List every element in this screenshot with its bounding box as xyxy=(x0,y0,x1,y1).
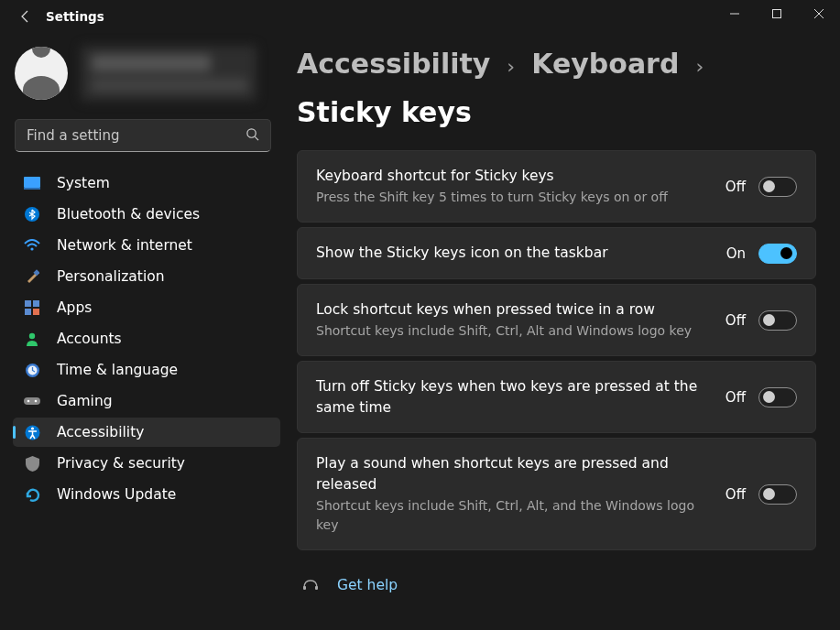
avatar xyxy=(15,47,68,100)
nav-item-apps[interactable]: Apps xyxy=(13,293,280,322)
breadcrumb-accessibility[interactable]: Accessibility xyxy=(297,48,490,80)
svg-rect-9 xyxy=(25,300,31,307)
toggle-switch[interactable] xyxy=(758,484,797,505)
sidebar: System Bluetooth & devices Network & int… xyxy=(0,33,284,630)
toggle-switch[interactable] xyxy=(758,387,797,407)
nav-item-accessibility[interactable]: Accessibility xyxy=(13,418,280,447)
setting-desc: Press the Shift key 5 times to turn Stic… xyxy=(316,188,711,207)
chevron-right-icon: › xyxy=(507,55,515,78)
setting-desc: Shortcut keys include Shift, Ctrl, Alt, … xyxy=(316,496,711,535)
svg-rect-5 xyxy=(24,188,40,190)
nav-item-gaming[interactable]: Gaming xyxy=(13,386,280,416)
nav-item-windows-update[interactable]: Windows Update xyxy=(13,480,280,509)
breadcrumb: Accessibility › Keyboard › Sticky keys xyxy=(297,48,816,128)
chevron-right-icon: › xyxy=(695,55,704,78)
nav-label: Network & internet xyxy=(57,237,192,254)
bluetooth-icon xyxy=(24,206,40,223)
toggle-switch[interactable] xyxy=(758,177,797,197)
accessibility-icon xyxy=(24,424,40,440)
setting-title: Play a sound when shortcut keys are pres… xyxy=(316,453,711,494)
user-account-row[interactable] xyxy=(13,37,280,119)
user-info-redacted xyxy=(81,46,256,101)
clock-globe-icon xyxy=(24,362,40,378)
setting-turn-off-two-keys: Turn off Sticky keys when two keys are p… xyxy=(297,361,816,433)
toggle-switch[interactable] xyxy=(758,244,797,264)
nav-label: Windows Update xyxy=(57,486,176,503)
svg-point-2 xyxy=(247,128,256,136)
svg-line-3 xyxy=(255,136,258,140)
nav-label: Personalization xyxy=(57,268,165,285)
nav-label: Accounts xyxy=(57,331,122,347)
nav-item-accounts[interactable]: Accounts xyxy=(13,324,280,353)
toggle-state-label: Off xyxy=(725,486,746,503)
nav-item-network[interactable]: Network & internet xyxy=(13,231,280,260)
nav-item-privacy-security[interactable]: Privacy & security xyxy=(13,449,280,478)
svg-rect-11 xyxy=(25,309,31,315)
setting-lock-shortcut: Lock shortcut keys when pressed twice in… xyxy=(297,284,816,356)
search-icon xyxy=(245,127,259,145)
gamepad-icon xyxy=(24,393,40,409)
get-help-row[interactable]: Get help xyxy=(297,555,816,606)
nav-item-bluetooth[interactable]: Bluetooth & devices xyxy=(13,200,280,229)
setting-title: Turn off Sticky keys when two keys are p… xyxy=(316,376,711,418)
apps-icon xyxy=(24,299,40,316)
setting-keyboard-shortcut: Keyboard shortcut for Sticky keys Press … xyxy=(297,150,816,223)
app-title: Settings xyxy=(46,9,104,24)
minimize-button[interactable] xyxy=(714,0,756,27)
nav-label: Privacy & security xyxy=(57,455,185,472)
toggle-state-label: Off xyxy=(725,389,746,406)
shield-icon xyxy=(24,455,40,472)
setting-title: Keyboard shortcut for Sticky keys xyxy=(316,166,711,186)
svg-point-13 xyxy=(29,333,35,339)
nav-list: System Bluetooth & devices Network & int… xyxy=(13,168,280,511)
search-box[interactable] xyxy=(15,119,271,152)
svg-rect-1 xyxy=(773,10,781,18)
window-controls xyxy=(714,0,840,27)
setting-title: Show the Sticky keys icon on the taskbar xyxy=(316,243,712,263)
svg-rect-4 xyxy=(24,177,40,188)
svg-rect-22 xyxy=(315,586,318,590)
get-help-link[interactable]: Get help xyxy=(337,577,398,593)
toggle-state-label: Off xyxy=(725,179,746,195)
search-input[interactable] xyxy=(27,127,245,144)
setting-taskbar-icon: Show the Sticky keys icon on the taskbar… xyxy=(297,227,816,278)
setting-desc: Shortcut keys include Shift, Ctrl, Alt a… xyxy=(316,321,711,341)
refresh-icon xyxy=(24,486,40,503)
nav-label: Apps xyxy=(57,299,92,316)
setting-title: Lock shortcut keys when pressed twice in… xyxy=(316,299,711,320)
breadcrumb-keyboard[interactable]: Keyboard xyxy=(531,48,679,80)
toggle-state-label: Off xyxy=(725,312,746,329)
nav-label: Gaming xyxy=(57,393,113,409)
maximize-button[interactable] xyxy=(756,0,798,27)
help-icon xyxy=(302,575,319,595)
svg-point-17 xyxy=(27,400,30,403)
toggle-switch[interactable] xyxy=(758,310,797,331)
svg-rect-21 xyxy=(303,586,306,590)
setting-play-sound: Play a sound when shortcut keys are pres… xyxy=(297,438,816,550)
svg-rect-12 xyxy=(33,309,39,315)
brush-icon xyxy=(24,268,40,285)
breadcrumb-current: Sticky keys xyxy=(297,96,472,128)
svg-rect-10 xyxy=(33,300,39,307)
nav-label: System xyxy=(57,175,110,191)
display-icon xyxy=(24,175,40,191)
back-button[interactable] xyxy=(18,9,33,24)
close-button[interactable] xyxy=(798,0,840,27)
svg-rect-16 xyxy=(24,397,40,405)
nav-item-personalization[interactable]: Personalization xyxy=(13,262,280,291)
nav-label: Bluetooth & devices xyxy=(57,206,200,223)
svg-point-18 xyxy=(35,400,38,403)
nav-item-system[interactable]: System xyxy=(13,168,280,198)
wifi-icon xyxy=(24,237,40,254)
svg-point-20 xyxy=(30,427,33,429)
titlebar: Settings xyxy=(0,0,840,33)
content-area: Accessibility › Keyboard › Sticky keys K… xyxy=(284,33,840,630)
nav-label: Time & language xyxy=(57,362,178,378)
nav-label: Accessibility xyxy=(57,424,144,440)
person-icon xyxy=(24,331,40,347)
toggle-state-label: On xyxy=(726,245,746,262)
nav-item-time-language[interactable]: Time & language xyxy=(13,355,280,385)
svg-point-7 xyxy=(30,247,33,250)
